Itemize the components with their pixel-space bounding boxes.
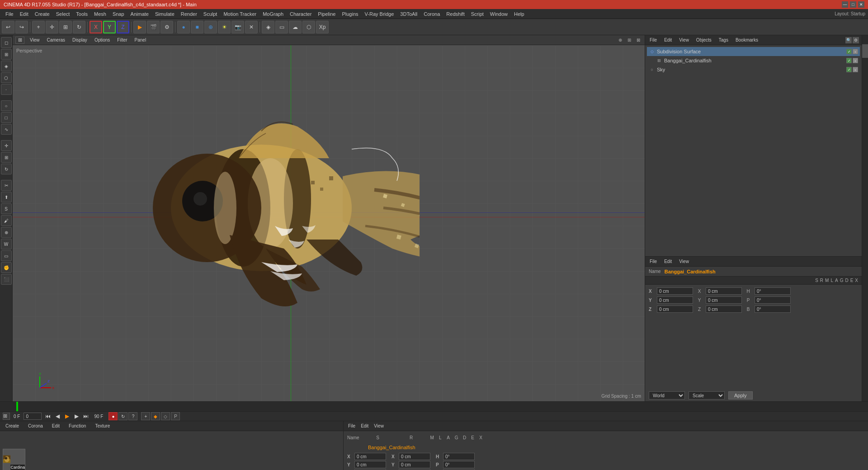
camera-key-button[interactable]: P [171, 412, 180, 420]
extrude-tool[interactable]: ⬆ [1, 192, 12, 202]
coord-x-rot[interactable] [399, 453, 430, 460]
menu-redshift[interactable]: Redshift [443, 10, 467, 18]
menu-mesh[interactable]: Mesh [91, 10, 109, 18]
timeline-icon[interactable]: ⊞ [3, 413, 10, 420]
undo-button[interactable]: ↩ [2, 21, 14, 33]
menu-file[interactable]: File [3, 10, 16, 18]
rotate-tool-button[interactable]: ↻ [73, 21, 85, 33]
cameras-menu[interactable]: Cameras [45, 37, 67, 43]
lasso-selection[interactable]: ∿ [1, 124, 12, 135]
menu-snap[interactable]: Snap [110, 10, 127, 18]
attr-y-rot[interactable] [706, 296, 742, 304]
menu-corona[interactable]: Corona [421, 10, 443, 18]
mat-edit-tab[interactable]: Edit [49, 423, 62, 429]
obj-objects-menu[interactable]: Objects [694, 37, 713, 43]
mat-corona-tab[interactable]: Corona [25, 423, 46, 429]
attr-z-pos[interactable] [657, 306, 693, 313]
attr-b-val[interactable] [755, 306, 791, 313]
object-row-sky[interactable]: ○ Sky ✓ • [647, 65, 860, 74]
help-button[interactable]: ? [128, 412, 137, 420]
filter-menu[interactable]: Filter [115, 37, 129, 43]
point-mode[interactable]: · [1, 84, 12, 95]
xpresso-button[interactable]: Xp [316, 21, 329, 33]
stamp-tool[interactable]: ⊕ [1, 227, 12, 238]
edit-render-settings[interactable]: ⚙ [160, 21, 173, 33]
attr-h-val[interactable] [755, 287, 791, 295]
menu-script[interactable]: Script [468, 10, 486, 18]
deformer-button[interactable]: ⬡ [302, 21, 315, 33]
smooth-tool[interactable]: S [1, 203, 12, 214]
null-button[interactable]: ✕ [245, 21, 258, 33]
prev-frame-button[interactable]: ◀ [53, 412, 62, 421]
scrollbar-thumb[interactable] [862, 44, 868, 58]
close-button[interactable]: ✕ [858, 1, 864, 8]
subdivision-checkmark[interactable]: ✓ [846, 49, 852, 54]
flatten-tool[interactable]: ▭ [1, 250, 12, 261]
obj-tags-menu[interactable]: Tags [717, 37, 730, 43]
rotate-tool[interactable]: ↻ [1, 164, 12, 174]
x-axis-button[interactable]: X [90, 21, 102, 33]
coord-edit-menu[interactable]: Edit [359, 423, 370, 429]
viewport-ctrl-2[interactable]: ⊞ [626, 37, 633, 44]
object-row-fish[interactable]: ⊞ Banggai_Cardinalfish ✓ • [647, 56, 860, 65]
obj-bookmarks-menu[interactable]: Bookmarks [734, 37, 760, 43]
redo-button[interactable]: ↪ [15, 21, 28, 33]
move-tool-button[interactable]: ✛ [46, 21, 58, 33]
mat-texture-tab[interactable]: Texture [92, 423, 113, 429]
loop-button[interactable]: ↻ [118, 412, 127, 420]
floor-button[interactable]: ▭ [275, 21, 288, 33]
go-to-end-button[interactable]: ⏭ [81, 412, 90, 421]
sky-checkmark[interactable]: ✓ [846, 67, 852, 72]
sky-dot[interactable]: • [853, 67, 858, 72]
attr-view-menu[interactable]: View [677, 258, 691, 264]
fish-dot[interactable]: • [853, 58, 858, 63]
attr-edit-menu[interactable]: Edit [662, 258, 674, 264]
panel-menu[interactable]: Panel [133, 37, 148, 43]
texture-mode[interactable]: ⊞ [1, 49, 12, 60]
menu-animate[interactable]: Animate [128, 10, 151, 18]
attr-p-val[interactable] [755, 296, 791, 304]
polygon-mode[interactable]: ◈ [1, 61, 12, 71]
paint-tool[interactable]: 🖌 [1, 215, 12, 226]
view-menu[interactable]: View [28, 37, 42, 43]
object-row-subdivision[interactable]: ◇ Subdivision Surface ✓ • [647, 47, 860, 56]
grab-tool[interactable]: ✊ [1, 262, 12, 273]
attr-x-pos[interactable] [657, 287, 693, 295]
mat-create-tab[interactable]: Create [3, 423, 22, 429]
obj-config-icon[interactable]: ⚙ [853, 37, 859, 43]
material-cardina[interactable]: Cardina [3, 449, 25, 470]
minimize-button[interactable]: — [842, 1, 848, 8]
y-axis-button[interactable]: Y [103, 21, 116, 33]
coord-y-rot[interactable] [399, 461, 430, 468]
attr-file-menu[interactable]: File [648, 258, 659, 264]
camera-button[interactable]: 📷 [231, 21, 244, 33]
obj-file-menu[interactable]: File [648, 37, 659, 43]
menu-vray[interactable]: V-Ray Bridge [362, 10, 397, 18]
menu-plugins[interactable]: Plugins [339, 10, 361, 18]
right-scrollbar[interactable] [862, 35, 868, 401]
coord-p-val[interactable] [443, 461, 475, 468]
subdivision-dot[interactable]: • [853, 49, 858, 54]
menu-window[interactable]: Window [487, 10, 510, 18]
menu-render[interactable]: Render [178, 10, 200, 18]
maximize-button[interactable]: □ [850, 1, 856, 8]
scale-select[interactable]: Scale [689, 391, 725, 400]
cube-primitive[interactable]: ■ [191, 21, 203, 33]
menu-create[interactable]: Create [32, 10, 52, 18]
obj-search-icon[interactable]: 🔍 [845, 37, 852, 43]
menu-simulate[interactable]: Simulate [152, 10, 177, 18]
menu-tools[interactable]: Tools [73, 10, 90, 18]
coord-h-val[interactable] [443, 453, 475, 460]
world-select[interactable]: World [649, 391, 685, 400]
viewport-icon[interactable]: ⊞ [15, 37, 24, 44]
mat-function-tab[interactable]: Function [66, 423, 89, 429]
live-selection[interactable]: ○ [1, 100, 12, 111]
play-button[interactable]: ▶ [62, 412, 71, 421]
display-menu[interactable]: Display [71, 37, 89, 43]
record-button[interactable]: ● [108, 412, 118, 420]
model-mode[interactable]: ◻ [1, 37, 12, 48]
new-object-button[interactable]: + [32, 21, 45, 33]
coord-file-menu[interactable]: File [346, 423, 357, 429]
menu-select[interactable]: Select [53, 10, 73, 18]
key-grey-button[interactable]: ◇ [161, 412, 170, 420]
